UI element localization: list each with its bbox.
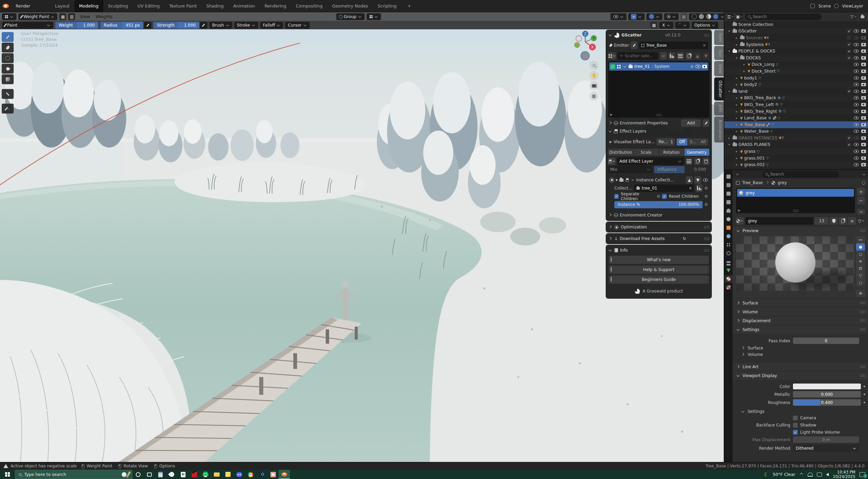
expand-arrow[interactable]: ▸ — [735, 116, 739, 120]
hide-viewport-toggle[interactable] — [854, 150, 859, 153]
expand-arrow[interactable]: ▸ — [742, 70, 746, 73]
viewport-scene[interactable]: User Perspective(155) Tree_BaseSample 27… — [0, 29, 724, 462]
expand-arrow[interactable]: ▸ — [735, 110, 739, 113]
effect-type-dropdown[interactable] — [608, 158, 616, 165]
disable-render-toggle[interactable] — [861, 143, 866, 146]
line-art-panel-header[interactable]: Line Art — [733, 362, 868, 371]
render-method-dropdown[interactable]: Dithered — [793, 445, 859, 452]
influence-slider[interactable]: Influence 0.500 — [654, 166, 709, 173]
move-up-button[interactable]: ▲ — [694, 52, 701, 60]
material-preview-button[interactable] — [706, 14, 711, 19]
override-icon[interactable]: ⚙ — [704, 194, 708, 199]
outliner-row[interactable]: ▸ ▼ Systems ▼ ⚙ ▽ — [724, 41, 868, 48]
expand-arrow[interactable]: ▸ — [735, 36, 739, 40]
outliner-item-label[interactable]: BKG_Tree_Back — [744, 95, 776, 100]
visualise-expand-arrow[interactable]: ▶ — [609, 140, 612, 144]
list-resize-grip[interactable] — [656, 114, 662, 117]
symmetry-grid-button[interactable]: ▦ — [650, 22, 657, 29]
expand-arrow[interactable]: ▸ — [735, 76, 739, 80]
outliner-item-label[interactable]: grass.002 — [744, 162, 765, 167]
animate-dot[interactable] — [864, 386, 865, 387]
pass-index-field[interactable]: 0 — [793, 338, 859, 344]
disable-render-toggle[interactable] — [861, 123, 866, 126]
taskbar-app-icon[interactable] — [211, 470, 222, 479]
hide-viewport-icon[interactable] — [695, 65, 701, 68]
copy-material-button[interactable] — [839, 217, 847, 225]
taskbar-app-icon[interactable] — [166, 470, 177, 479]
list-filter-toggle[interactable]: ▶ — [610, 113, 613, 116]
tool-menu-dropdown[interactable]: Falloff — [260, 22, 283, 29]
sidebar-tab[interactable]: Tool — [714, 46, 724, 60]
preview-type-button[interactable]: ≋ — [856, 258, 865, 265]
outliner-row[interactable]: ▸ ▼ Sources ▼ ⚙ ▽ — [724, 34, 868, 41]
taskbar-search-input[interactable]: Type here to search — [15, 470, 132, 479]
add-environment-button[interactable]: Add — [681, 119, 701, 127]
outliner-item-label[interactable]: BKG_Tree_Right — [744, 109, 777, 114]
disable-render-toggle[interactable] — [861, 70, 866, 73]
statistics-button[interactable] — [668, 52, 675, 60]
disable-render-toggle[interactable] — [861, 83, 866, 86]
visualise-option[interactable]: S... — [687, 138, 698, 146]
effect-category-tab[interactable]: Rotation — [659, 149, 684, 156]
falloff-curve-dropdown[interactable]: ⌒ — [675, 22, 690, 29]
node-tree-button[interactable]: ▽ — [857, 217, 865, 225]
outliner-item-label[interactable]: Dock_Long — [752, 62, 775, 67]
hide-viewport-toggle[interactable] — [854, 76, 859, 80]
download-assets-panel-header[interactable]: ↓ Download Free Assets ↻ — [608, 235, 709, 242]
taskbar-app-icon[interactable] — [256, 470, 267, 479]
preview-type-button[interactable]: Ω — [856, 265, 865, 272]
draw-brush-tool[interactable] — [2, 32, 14, 42]
list-filter-toggle[interactable]: ▶ — [738, 209, 740, 212]
gscatter-panel-header[interactable]: GScatter v0.12.0 — [608, 31, 709, 39]
metallic-field[interactable]: 0.000 — [793, 391, 861, 398]
outliner-row[interactable]: ▸ ▼ body2 ▼ ⚙ ▽ — [724, 81, 868, 88]
average-brush-tool[interactable] — [2, 53, 14, 63]
scatter-system-row[interactable]: tree_01: System ⊗ — [609, 62, 708, 71]
info-button[interactable]: What's new — [609, 256, 709, 264]
expand-arrow[interactable]: ▾ — [727, 143, 731, 146]
shading-dropdown[interactable] — [721, 15, 724, 17]
taskbar-app-icon[interactable] — [279, 470, 290, 479]
clear-collection-icon[interactable]: × — [689, 186, 692, 191]
outliner-item-label[interactable]: land — [738, 89, 748, 94]
hide-viewport-toggle[interactable] — [854, 136, 859, 140]
sidebar-tab[interactable]: Item — [714, 30, 724, 45]
graswald-footer[interactable]: A Graswald product — [608, 285, 709, 297]
hide-viewport-toggle[interactable] — [854, 130, 859, 133]
taskbar-app-icon[interactable] — [155, 470, 166, 479]
editor-type-button[interactable] — [2, 13, 16, 20]
effect-category-tab[interactable]: Distribution — [608, 149, 633, 156]
clear-emitter-icon[interactable]: × — [703, 43, 706, 48]
layer-checkbox[interactable]: ✓ — [614, 194, 619, 199]
hide-viewport-toggle[interactable] — [854, 36, 859, 40]
onedrive-icon[interactable] — [808, 473, 813, 477]
panel-grip[interactable] — [704, 34, 709, 37]
options-button[interactable] — [863, 173, 865, 175]
gradient-tool[interactable] — [2, 74, 14, 84]
displacement-panel-header[interactable]: Displacement — [733, 316, 868, 325]
collection-field[interactable]: tree_01 × — [634, 184, 694, 192]
zoom-button[interactable] — [589, 61, 599, 70]
exclude-checkbox[interactable] — [847, 136, 851, 140]
viewport-display-panel-header[interactable]: Viewport Display — [733, 371, 868, 380]
expand-arrow[interactable]: ▾ — [727, 49, 731, 53]
selectability-dropdown[interactable] — [610, 13, 627, 20]
pressure-toggle[interactable] — [144, 22, 151, 29]
collection-stats-button[interactable] — [696, 184, 703, 192]
hide-viewport-toggle[interactable] — [854, 63, 859, 66]
viewlayer-selector[interactable]: ViewLayer — [842, 4, 863, 9]
camera-view-ball[interactable] — [580, 51, 590, 60]
pivot-dropdown[interactable] — [664, 13, 679, 20]
move-down-button[interactable]: ▼ — [703, 52, 709, 60]
start-button[interactable] — [0, 470, 15, 479]
exclude-checkbox[interactable] — [847, 56, 851, 60]
environment-creator-row[interactable]: Environment Creator — [608, 211, 709, 219]
expand-arrow[interactable]: ▸ — [735, 156, 739, 160]
exclude-checkbox[interactable] — [847, 42, 851, 47]
hide-viewport-toggle[interactable] — [854, 116, 859, 120]
taskbar-app-icon[interactable] — [200, 470, 211, 479]
pin-icon[interactable] — [861, 180, 866, 185]
outliner-row[interactable]: ▾ ▼ GScatter ▼ ⚙ ▽ — [724, 28, 868, 35]
outliner-item-label[interactable]: Scene Collection — [738, 22, 773, 27]
sidebar-tab[interactable]: Edit — [714, 102, 724, 115]
